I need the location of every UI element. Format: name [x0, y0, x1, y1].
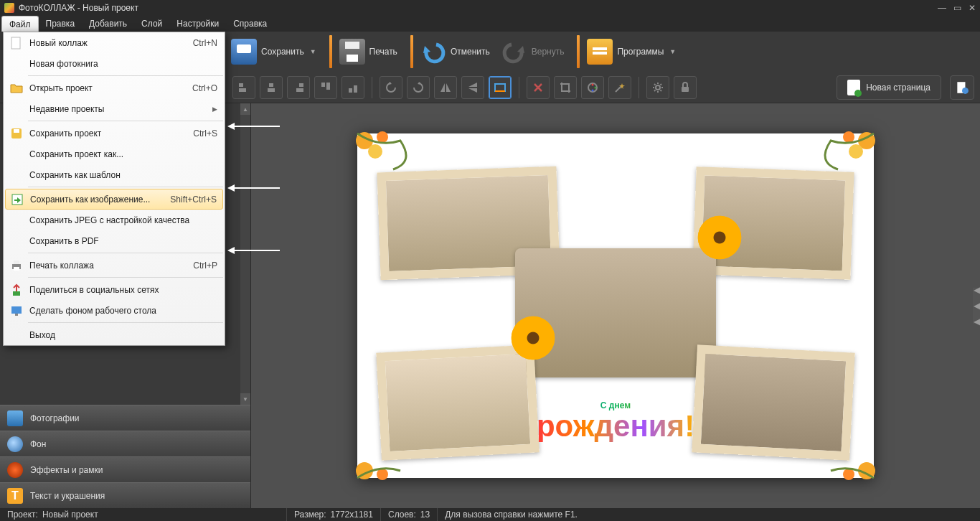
- close-button[interactable]: ✕: [969, 3, 976, 13]
- accordion-background[interactable]: Фон: [0, 431, 250, 456]
- menu-save-project[interactable]: Сохранить проект Ctrl+S: [4, 123, 225, 144]
- scroll-up-button[interactable]: ▲: [240, 103, 250, 115]
- align-top-button[interactable]: [314, 76, 337, 99]
- photo-frame[interactable]: [376, 344, 540, 460]
- menu-save-as-image[interactable]: Сохранить как изображение... Shift+Ctrl+…: [5, 189, 223, 210]
- svg-rect-4: [268, 88, 275, 92]
- annotation-arrow: [230, 187, 280, 189]
- svg-point-22: [368, 144, 382, 159]
- background-icon: [7, 436, 23, 452]
- svg-rect-9: [349, 88, 352, 93]
- thumbnails-scrollbar[interactable]: ▲ ▼: [240, 103, 250, 405]
- menu-set-wallpaper[interactable]: Сделать фоном рабочего стола: [4, 300, 225, 321]
- svg-rect-38: [11, 306, 22, 314]
- menu-file[interactable]: Файл: [1, 16, 39, 32]
- align-center-h-button[interactable]: [260, 76, 283, 99]
- save-icon: [6, 126, 27, 141]
- flip-horizontal-button[interactable]: [434, 76, 457, 99]
- accordion-photos[interactable]: Фотографии: [0, 405, 250, 431]
- right-panel-handle[interactable]: ◀◀◀: [973, 288, 980, 324]
- lock-button[interactable]: [674, 76, 697, 99]
- menu-open-project[interactable]: Открыть проект Ctrl+O: [4, 78, 225, 98]
- menu-save-jpeg[interactable]: Сохранить JPEG с настройкой качества: [4, 210, 225, 230]
- svg-rect-39: [15, 314, 18, 316]
- menu-print-collage[interactable]: Печать коллажа Ctrl+P: [4, 255, 225, 276]
- toolbar-separator: [410, 35, 413, 68]
- minimize-button[interactable]: —: [938, 3, 946, 13]
- annotation-arrow: [230, 126, 280, 127]
- new-page-button[interactable]: Новая страница: [837, 75, 941, 100]
- color-picker-button[interactable]: [581, 76, 604, 99]
- svg-point-24: [843, 131, 854, 143]
- toolbar-undo-label: Отменить: [451, 47, 490, 57]
- menu-new-photobook[interactable]: Новая фотокнига: [4, 53, 225, 74]
- redo-icon: [501, 39, 527, 65]
- menu-save-project-as[interactable]: Сохранить проект как...: [4, 144, 225, 164]
- new-page-label: Новая страница: [866, 83, 930, 93]
- rotate-right-button[interactable]: [407, 76, 430, 99]
- menu-layer[interactable]: Слой: [134, 16, 169, 32]
- menu-recent-projects[interactable]: Недавние проекты ▶: [4, 98, 225, 119]
- accordion-photos-label: Фотографии: [30, 413, 80, 423]
- accordion-effects[interactable]: Эффекты и рамки: [0, 456, 250, 482]
- desktop-icon: [6, 303, 27, 319]
- new-collage-icon: [6, 35, 27, 51]
- flip-vertical-button[interactable]: [461, 76, 484, 99]
- svg-point-13: [592, 83, 594, 85]
- blank-icon: [6, 327, 27, 343]
- menu-help[interactable]: Справка: [226, 16, 274, 32]
- toolbar-print-button[interactable]: Печать: [336, 34, 406, 69]
- rotate-left-button[interactable]: [380, 76, 402, 99]
- delete-button[interactable]: [527, 76, 550, 99]
- svg-rect-17: [682, 87, 689, 92]
- menu-save-pdf[interactable]: Сохранить в PDF: [4, 230, 225, 251]
- app-icon: [4, 3, 14, 13]
- fit-to-screen-button[interactable]: [489, 76, 512, 99]
- toolbar-undo-button[interactable]: Отменить: [418, 34, 499, 69]
- svg-point-27: [377, 469, 388, 480]
- scroll-down-button[interactable]: ▼: [240, 393, 250, 405]
- blank-icon: [6, 101, 27, 117]
- svg-point-14: [595, 86, 597, 88]
- crop-button[interactable]: [554, 76, 577, 99]
- settings-button[interactable]: [646, 76, 669, 99]
- text-icon: T: [7, 488, 23, 504]
- svg-rect-1: [239, 83, 243, 87]
- toolbar-save-button[interactable]: Сохранить ▼: [228, 34, 325, 69]
- group-separator: [519, 77, 519, 98]
- menu-edit[interactable]: Правка: [39, 16, 83, 32]
- menu-add[interactable]: Добавить: [82, 16, 134, 32]
- menu-separator: [28, 277, 223, 278]
- maximize-button[interactable]: ▭: [953, 3, 961, 13]
- toolbar-programs-button[interactable]: Программы ▼: [584, 34, 684, 69]
- accordion-effects-label: Эффекты и рамки: [30, 465, 103, 475]
- svg-point-21: [377, 131, 388, 143]
- photo-frame[interactable]: [692, 344, 855, 460]
- menu-share-social[interactable]: Поделиться в социальных сетях: [4, 279, 225, 300]
- accordion-text[interactable]: T Текст и украшения: [0, 482, 250, 508]
- blank-icon: [6, 233, 27, 249]
- sidebar-accordion: Фотографии Фон Эффекты и рамки T Текст и…: [0, 405, 250, 508]
- flower-sticker[interactable]: [694, 212, 745, 263]
- canvas-area[interactable]: С днем рождения! ◀◀◀: [251, 103, 980, 508]
- menu-save-template[interactable]: Сохранить как шаблон: [4, 164, 225, 185]
- flower-sticker[interactable]: [508, 313, 558, 363]
- greeting-text[interactable]: С днем рождения!: [537, 401, 694, 442]
- menu-exit[interactable]: Выход: [4, 324, 225, 345]
- menu-new-collage[interactable]: Новый коллаж Ctrl+N: [4, 32, 225, 53]
- status-project-label: Проект:: [7, 510, 38, 520]
- blank-icon: [6, 212, 27, 228]
- svg-rect-8: [326, 83, 330, 90]
- folder-open-icon: [6, 80, 27, 96]
- page-settings-button[interactable]: [950, 75, 974, 100]
- svg-rect-36: [14, 267, 19, 271]
- align-bottom-button[interactable]: [341, 76, 364, 99]
- svg-rect-32: [14, 129, 19, 133]
- menu-settings[interactable]: Настройки: [169, 16, 226, 32]
- magic-wand-button[interactable]: [608, 76, 631, 99]
- svg-point-19: [962, 88, 969, 94]
- align-left-button[interactable]: [232, 76, 255, 99]
- collage-canvas[interactable]: С днем рождения!: [357, 133, 874, 478]
- align-right-button[interactable]: [287, 76, 310, 99]
- svg-rect-5: [299, 83, 303, 87]
